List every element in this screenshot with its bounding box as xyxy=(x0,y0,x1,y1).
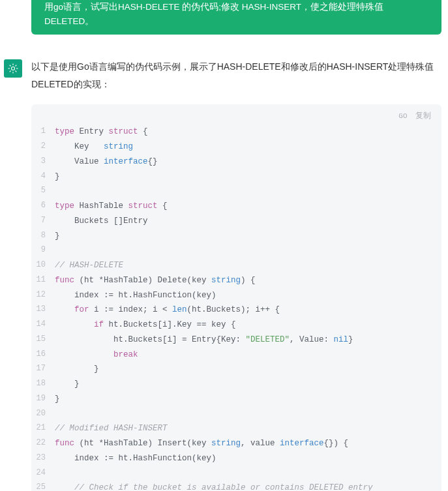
line-number: 5 xyxy=(31,184,55,199)
language-label: GO xyxy=(398,112,408,120)
code-line: 15 ht.Buckets[i] = Entry{Key: "DELETED",… xyxy=(31,333,441,348)
line-number: 21 xyxy=(31,421,55,436)
code-header: GO 复制 xyxy=(31,111,441,125)
code-line: 5 xyxy=(31,184,441,199)
code-text xyxy=(55,466,441,481)
code-text: type HashTable struct { xyxy=(55,199,441,214)
line-number: 8 xyxy=(31,229,55,244)
code-text: } xyxy=(55,170,441,185)
copy-button[interactable]: 复制 xyxy=(415,111,431,121)
code-line: 9 xyxy=(31,243,441,258)
code-line: 18 } xyxy=(31,377,441,392)
code-text: } xyxy=(55,377,441,392)
code-line: 12 index := ht.HashFunction(key) xyxy=(31,288,441,303)
code-line: 10// HASH-DELETE xyxy=(31,258,441,273)
code-text: Key string xyxy=(55,140,441,155)
code-text xyxy=(55,184,441,199)
code-text: ht.Buckets[i] = Entry{Key: "DELETED", Va… xyxy=(55,333,441,348)
code-text: } xyxy=(55,229,441,244)
line-number: 2 xyxy=(31,140,55,155)
line-number: 18 xyxy=(31,377,55,392)
line-number: 7 xyxy=(31,214,55,229)
line-number: 10 xyxy=(31,258,55,273)
line-number: 11 xyxy=(31,273,55,288)
code-content: 1type Entry struct {2 Key string3 Value … xyxy=(31,125,441,491)
line-number: 4 xyxy=(31,170,55,185)
code-line: 16 break xyxy=(31,348,441,363)
assistant-avatar-icon xyxy=(7,62,20,75)
code-line: 1type Entry struct { xyxy=(31,125,441,140)
code-line: 8} xyxy=(31,229,441,244)
line-number: 12 xyxy=(31,288,55,303)
line-number: 9 xyxy=(31,243,55,258)
line-number: 24 xyxy=(31,466,55,481)
code-line: 6type HashTable struct { xyxy=(31,199,441,214)
line-number: 22 xyxy=(31,436,55,451)
code-text: Buckets []Entry xyxy=(55,214,441,229)
code-line: 21// Modified HASH-INSERT xyxy=(31,421,441,436)
code-text: for i := index; i < len(ht.Buckets); i++… xyxy=(55,303,441,318)
code-line: 3 Value interface{} xyxy=(31,155,441,170)
line-number: 17 xyxy=(31,362,55,377)
line-number: 14 xyxy=(31,318,55,333)
code-text: func (ht *HashTable) Delete(key string) … xyxy=(55,273,441,288)
code-line: 13 for i := index; i < len(ht.Buckets); … xyxy=(31,303,441,318)
code-text: index := ht.HashFunction(key) xyxy=(55,288,441,303)
line-number: 1 xyxy=(31,125,55,140)
line-number: 6 xyxy=(31,199,55,214)
code-line: 14 if ht.Buckets[i].Key == key { xyxy=(31,318,441,333)
line-number: 15 xyxy=(31,333,55,348)
line-number: 13 xyxy=(31,303,55,318)
code-text: // Check if the bucket is available or c… xyxy=(55,481,441,491)
line-number: 16 xyxy=(31,348,55,363)
line-number: 19 xyxy=(31,392,55,407)
code-line: 7 Buckets []Entry xyxy=(31,214,441,229)
code-text: break xyxy=(55,348,441,363)
code-text: func (ht *HashTable) Insert(key string, … xyxy=(55,436,441,451)
code-text: } xyxy=(55,392,441,407)
code-text: Value interface{} xyxy=(55,155,441,170)
code-line: 23 index := ht.HashFunction(key) xyxy=(31,451,441,466)
code-text: // HASH-DELETE xyxy=(55,258,441,273)
response-intro: 以下是使用Go语言编写的伪代码示例，展示了HASH-DELETE和修改后的HAS… xyxy=(31,58,441,93)
code-line: 11func (ht *HashTable) Delete(key string… xyxy=(31,273,441,288)
line-number: 23 xyxy=(31,451,55,466)
prompt-text: 用go语言，试写出HASH-DELETE 的伪代码;修改 HASH-INSERT… xyxy=(44,2,383,26)
assistant-avatar xyxy=(4,59,22,78)
code-text: index := ht.HashFunction(key) xyxy=(55,451,441,466)
code-line: 2 Key string xyxy=(31,140,441,155)
code-line: 20 xyxy=(31,407,441,422)
line-number: 3 xyxy=(31,155,55,170)
code-text xyxy=(55,407,441,422)
code-text: type Entry struct { xyxy=(55,125,441,140)
code-line: 24 xyxy=(31,466,441,481)
code-text: if ht.Buckets[i].Key == key { xyxy=(55,318,441,333)
line-number: 25 xyxy=(31,481,55,491)
code-line: 19} xyxy=(31,392,441,407)
code-line: 25 // Check if the bucket is available o… xyxy=(31,481,441,491)
code-line: 22func (ht *HashTable) Insert(key string… xyxy=(31,436,441,451)
svg-point-0 xyxy=(12,67,15,70)
code-text: } xyxy=(55,362,441,377)
user-prompt: 用go语言，试写出HASH-DELETE 的伪代码;修改 HASH-INSERT… xyxy=(31,0,441,35)
code-line: 4} xyxy=(31,170,441,185)
code-text: // Modified HASH-INSERT xyxy=(55,421,441,436)
code-block: GO 复制 1type Entry struct {2 Key string3 … xyxy=(31,104,441,491)
line-number: 20 xyxy=(31,407,55,422)
copy-label: 复制 xyxy=(415,111,431,121)
code-line: 17 } xyxy=(31,362,441,377)
code-text xyxy=(55,243,441,258)
assistant-response: 以下是使用Go语言编写的伪代码示例，展示了HASH-DELETE和修改后的HAS… xyxy=(0,58,448,491)
